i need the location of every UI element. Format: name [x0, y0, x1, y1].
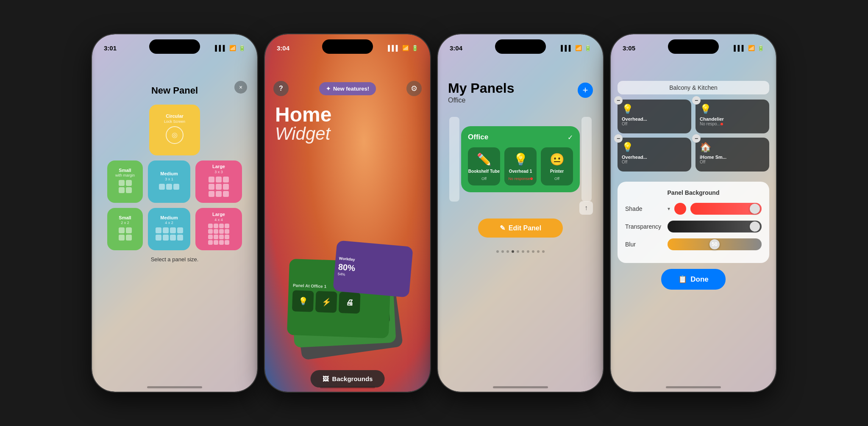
dynamic-island-3 — [495, 39, 546, 54]
circle-symbol: ◎ — [172, 131, 178, 139]
transparency-slider-thumb[interactable] — [750, 221, 760, 232]
panel-card-circular[interactable]: Circular Lock Screen ◎ — [149, 105, 200, 155]
panel-card-large-3x3[interactable]: Large 3 x 3 — [195, 160, 242, 203]
dot-5 — [517, 250, 519, 253]
hw-title: Home Widget — [265, 96, 430, 143]
grid-dot — [119, 235, 125, 241]
device-overhead[interactable]: 💡 Overhead 1 No response — [504, 147, 537, 185]
remove-chandelier-button[interactable]: − — [692, 96, 701, 105]
hw-widget-stack: Panel At Office 1 💡 ⚡ 🖨 Workday 80% 54% — [284, 243, 411, 354]
question-icon: ? — [279, 85, 283, 92]
new-features-button[interactable]: ✦ New features! — [319, 82, 376, 95]
device-2: ⚡ — [315, 291, 337, 313]
dot-6 — [522, 250, 524, 253]
help-button[interactable]: ? — [273, 81, 289, 96]
overhead1-status: Off — [622, 122, 687, 126]
transparency-slider[interactable] — [668, 221, 762, 232]
grid-dot — [126, 227, 132, 233]
grid-dot — [225, 224, 229, 228]
grid-dot — [177, 235, 183, 241]
panel-card-small-margin[interactable]: Small with margin — [107, 160, 143, 203]
remove-overhead1-button[interactable]: − — [614, 96, 623, 105]
panel-card-small-2x2[interactable]: Small 2 x 2 — [107, 208, 143, 250]
panel-background-title: Panel Background — [625, 189, 762, 196]
dynamic-island-1 — [149, 39, 200, 54]
card-medium-sublabel: 3 x 1 — [165, 177, 173, 181]
share-button[interactable]: ↑ — [579, 201, 593, 215]
device-bookshelf[interactable]: ✏️ Bookshelf Tube Off — [468, 147, 500, 185]
add-panel-button[interactable]: + — [578, 83, 593, 98]
my-panels-subtitle: Office — [448, 97, 515, 104]
edit-panel-button[interactable]: ✎ Edit Panel — [478, 219, 563, 238]
bookshelf-status: Off — [481, 177, 487, 181]
grid-dot — [208, 224, 213, 228]
grid-dot — [163, 235, 169, 241]
card-content-4: Workday 80% 54% — [334, 252, 412, 285]
grid-dot — [156, 235, 161, 241]
blur-slider[interactable]: 50 — [668, 238, 762, 250]
remove-overhead2-button[interactable]: − — [614, 134, 623, 143]
office-panel[interactable]: Office ✓ ✏️ Bookshelf Tube Off 💡 Overhea… — [461, 126, 580, 192]
panel-card-medium-3x1[interactable]: Medium 3 x 1 — [148, 160, 190, 203]
widget-item-overhead1[interactable]: − 💡 Overhead... Off — [618, 100, 691, 133]
done-label: Done — [690, 275, 709, 284]
blur-value: 50 — [712, 241, 717, 247]
grid-dot — [225, 229, 229, 234]
large2-grid — [208, 224, 229, 245]
panel-card-large-4x4[interactable]: Large 4 x 4 — [195, 208, 242, 250]
device-printer[interactable]: 😐 Printer Off — [541, 147, 573, 185]
widget-item-ihome[interactable]: − 🏠 iHome Sm... Off — [696, 138, 769, 172]
grid-dot — [214, 224, 218, 228]
widget-item-chandelier[interactable]: − 💡 Chandelier No respo... — [696, 100, 769, 133]
dot-1 — [496, 250, 499, 253]
done-button[interactable]: 📋 Done — [661, 269, 726, 290]
hw-title-home: Home — [275, 105, 420, 125]
phone-4: 3:05 ▌▌▌ 📶 🔋 Balcony & Kitchen − 💡 Overh… — [611, 34, 776, 392]
error-dot-chandelier — [721, 123, 723, 125]
card-large-label: Large — [212, 164, 225, 169]
printer-status: Off — [554, 177, 559, 181]
panel-side-right — [581, 117, 592, 202]
office-panel-header: Office ✓ — [468, 133, 573, 141]
card-circular-sublabel: Lock Screen — [164, 119, 185, 124]
shade-slider[interactable] — [690, 203, 762, 215]
phone-2-screen: 3:04 ▌▌▌ 📶 🔋 ? ✦ New features! ⚙ — [265, 34, 430, 392]
shade-color-picker[interactable] — [674, 203, 686, 215]
my-panels-title-area: My Panels Office — [448, 81, 515, 104]
grid-dot — [208, 240, 213, 245]
grid-dot — [223, 184, 229, 190]
card-large2-sublabel: 4 x 4 — [214, 218, 223, 222]
grid-dot — [223, 177, 229, 183]
settings-button[interactable]: ⚙ — [406, 81, 422, 96]
small2-grid — [119, 227, 132, 241]
phone-1-content: × New Panel Circular Lock Screen ◎ — [92, 55, 257, 271]
card-medium2-sublabel: 4 x 2 — [165, 221, 173, 225]
dynamic-island-4 — [668, 39, 719, 54]
grid-dot — [225, 235, 229, 239]
remove-ihome-button[interactable]: − — [692, 134, 701, 143]
wifi-icon-1: 📶 — [229, 45, 236, 51]
grid-dot — [119, 180, 125, 186]
printer-icon: 😐 — [550, 152, 565, 166]
checkmark-icon: ✓ — [568, 133, 573, 141]
status-icons-1: ▌▌▌ 📶 🔋 — [215, 45, 245, 51]
card-small2-label: Small — [119, 215, 131, 221]
hw-title-widget: Widget — [275, 125, 420, 143]
backgrounds-button[interactable]: 🖼 Backgrounds — [311, 370, 385, 387]
panel-card-medium-4x2[interactable]: Medium 4 x 2 — [148, 208, 190, 250]
circular-icon: ◎ — [166, 126, 184, 144]
close-button[interactable]: × — [234, 81, 247, 94]
overhead1-name: Overhead... — [622, 116, 687, 122]
shade-control-row: Shade ▾ — [625, 203, 762, 215]
status-time-4: 3:05 — [623, 44, 635, 52]
overhead2-icon: 💡 — [622, 142, 687, 153]
widget-item-overhead2[interactable]: − 💡 Overhead... Off — [618, 138, 691, 172]
grid-dot — [219, 224, 224, 228]
done-area: 📋 Done — [611, 269, 776, 290]
small-grid — [119, 180, 132, 193]
overhead-name: Overhead 1 — [509, 169, 532, 174]
card-medium-label: Medium — [160, 171, 178, 177]
overhead2-name: Overhead... — [622, 155, 687, 160]
grid-dot — [126, 235, 132, 241]
shade-slider-thumb[interactable] — [750, 204, 760, 214]
